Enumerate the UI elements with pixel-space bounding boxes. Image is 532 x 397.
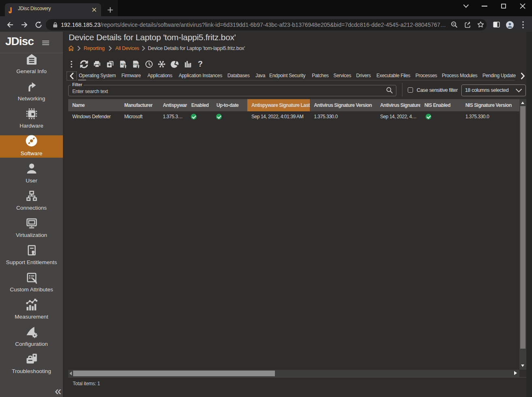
svg-text:CSV: CSV xyxy=(134,63,138,65)
svg-text:XLS: XLS xyxy=(121,63,125,65)
